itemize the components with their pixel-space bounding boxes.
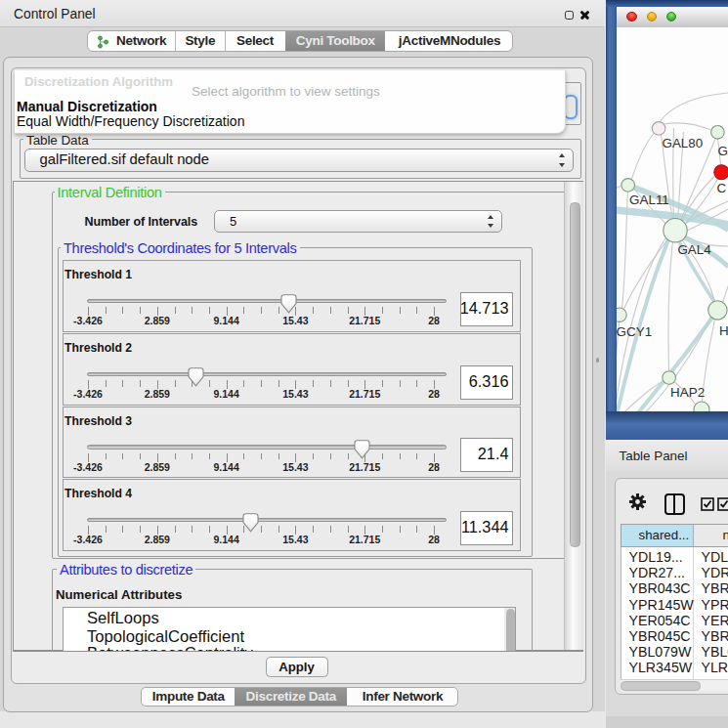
svg-text:GAL80: GAL80 bbox=[662, 136, 703, 150]
svg-text:GAL4: GAL4 bbox=[677, 242, 711, 257]
svg-text:GCY1: GCY1 bbox=[617, 324, 652, 339]
svg-text:GA: GA bbox=[717, 144, 728, 158]
svg-text:HAP2: HAP2 bbox=[670, 385, 705, 400]
svg-text:H: H bbox=[718, 323, 728, 338]
svg-text:GAL11: GAL11 bbox=[629, 193, 669, 207]
svg-text:C: C bbox=[716, 181, 726, 195]
